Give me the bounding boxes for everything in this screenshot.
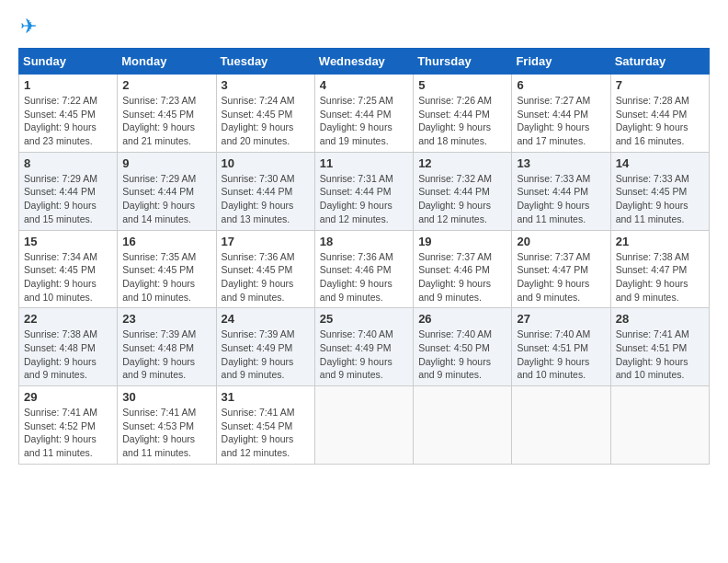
day-number: 24 bbox=[222, 312, 310, 326]
day-number: 26 bbox=[418, 312, 506, 326]
day-number: 31 bbox=[222, 390, 310, 404]
day-number: 12 bbox=[418, 156, 506, 170]
day-detail: Sunrise: 7:39 AMSunset: 4:48 PMDaylight:… bbox=[122, 327, 210, 382]
day-number: 16 bbox=[122, 235, 210, 248]
day-number: 25 bbox=[320, 312, 408, 326]
calendar-cell: 13Sunrise: 7:33 AMSunset: 4:44 PMDayligh… bbox=[512, 152, 610, 230]
weekday-header-monday: Monday bbox=[118, 49, 216, 75]
day-detail: Sunrise: 7:33 AMSunset: 4:44 PMDaylight:… bbox=[517, 172, 605, 226]
day-detail: Sunrise: 7:27 AMSunset: 4:44 PMDaylight:… bbox=[517, 94, 605, 148]
day-detail: Sunrise: 7:30 AMSunset: 4:44 PMDaylight:… bbox=[222, 172, 310, 226]
calendar-cell: 22Sunrise: 7:38 AMSunset: 4:48 PMDayligh… bbox=[19, 308, 118, 386]
calendar-cell bbox=[314, 386, 413, 465]
calendar-cell: 12Sunrise: 7:32 AMSunset: 4:44 PMDayligh… bbox=[414, 152, 512, 230]
calendar-cell: 2Sunrise: 7:23 AMSunset: 4:45 PMDaylight… bbox=[118, 75, 216, 153]
day-number: 28 bbox=[616, 312, 704, 326]
calendar-cell: 3Sunrise: 7:24 AMSunset: 4:45 PMDaylight… bbox=[216, 75, 314, 153]
weekday-header-tuesday: Tuesday bbox=[216, 49, 314, 75]
calendar-cell: 8Sunrise: 7:29 AMSunset: 4:44 PMDaylight… bbox=[19, 152, 118, 230]
day-number: 1 bbox=[24, 78, 112, 92]
day-number: 30 bbox=[122, 390, 210, 404]
day-number: 18 bbox=[320, 235, 408, 248]
calendar-cell: 10Sunrise: 7:30 AMSunset: 4:44 PMDayligh… bbox=[216, 152, 314, 230]
weekday-header-thursday: Thursday bbox=[414, 49, 512, 75]
day-detail: Sunrise: 7:41 AMSunset: 4:51 PMDaylight:… bbox=[616, 327, 704, 382]
day-detail: Sunrise: 7:38 AMSunset: 4:47 PMDaylight:… bbox=[616, 250, 704, 304]
day-detail: Sunrise: 7:22 AMSunset: 4:45 PMDaylight:… bbox=[24, 94, 112, 148]
calendar-cell: 1Sunrise: 7:22 AMSunset: 4:45 PMDaylight… bbox=[19, 75, 118, 153]
day-detail: Sunrise: 7:25 AMSunset: 4:44 PMDaylight:… bbox=[320, 94, 408, 148]
day-detail: Sunrise: 7:23 AMSunset: 4:45 PMDaylight:… bbox=[122, 94, 210, 148]
calendar-cell: 28Sunrise: 7:41 AMSunset: 4:51 PMDayligh… bbox=[610, 308, 709, 386]
calendar-cell: 19Sunrise: 7:37 AMSunset: 4:46 PMDayligh… bbox=[414, 230, 512, 308]
header: ✈ bbox=[18, 15, 710, 39]
logo-text: ✈ bbox=[18, 15, 37, 39]
calendar-week-row: 8Sunrise: 7:29 AMSunset: 4:44 PMDaylight… bbox=[19, 152, 710, 230]
day-detail: Sunrise: 7:40 AMSunset: 4:51 PMDaylight:… bbox=[517, 327, 605, 382]
calendar-cell: 14Sunrise: 7:33 AMSunset: 4:45 PMDayligh… bbox=[610, 152, 709, 230]
calendar-week-row: 29Sunrise: 7:41 AMSunset: 4:52 PMDayligh… bbox=[19, 386, 710, 465]
calendar-cell: 21Sunrise: 7:38 AMSunset: 4:47 PMDayligh… bbox=[610, 230, 709, 308]
calendar-cell: 25Sunrise: 7:40 AMSunset: 4:49 PMDayligh… bbox=[314, 308, 413, 386]
day-detail: Sunrise: 7:37 AMSunset: 4:47 PMDaylight:… bbox=[517, 250, 605, 304]
day-detail: Sunrise: 7:32 AMSunset: 4:44 PMDaylight:… bbox=[418, 172, 506, 226]
calendar-cell: 23Sunrise: 7:39 AMSunset: 4:48 PMDayligh… bbox=[118, 308, 216, 386]
calendar-cell: 27Sunrise: 7:40 AMSunset: 4:51 PMDayligh… bbox=[512, 308, 610, 386]
day-number: 2 bbox=[122, 78, 210, 92]
calendar-week-row: 1Sunrise: 7:22 AMSunset: 4:45 PMDaylight… bbox=[19, 75, 710, 153]
day-detail: Sunrise: 7:37 AMSunset: 4:46 PMDaylight:… bbox=[418, 250, 506, 304]
day-number: 5 bbox=[418, 78, 506, 92]
weekday-header-friday: Friday bbox=[512, 49, 610, 75]
calendar-cell: 30Sunrise: 7:41 AMSunset: 4:53 PMDayligh… bbox=[118, 386, 216, 465]
calendar-week-row: 15Sunrise: 7:34 AMSunset: 4:45 PMDayligh… bbox=[19, 230, 710, 308]
logo-bird-icon: ✈ bbox=[20, 15, 37, 38]
day-detail: Sunrise: 7:29 AMSunset: 4:44 PMDaylight:… bbox=[122, 172, 210, 226]
day-detail: Sunrise: 7:39 AMSunset: 4:49 PMDaylight:… bbox=[222, 327, 310, 382]
calendar-cell: 31Sunrise: 7:41 AMSunset: 4:54 PMDayligh… bbox=[216, 386, 314, 465]
day-number: 17 bbox=[222, 235, 310, 248]
day-detail: Sunrise: 7:31 AMSunset: 4:44 PMDaylight:… bbox=[320, 172, 408, 226]
day-detail: Sunrise: 7:28 AMSunset: 4:44 PMDaylight:… bbox=[616, 94, 704, 148]
day-number: 22 bbox=[24, 312, 112, 326]
calendar-cell: 16Sunrise: 7:35 AMSunset: 4:45 PMDayligh… bbox=[118, 230, 216, 308]
day-detail: Sunrise: 7:38 AMSunset: 4:48 PMDaylight:… bbox=[24, 327, 112, 382]
calendar-cell bbox=[512, 386, 610, 465]
day-number: 7 bbox=[616, 78, 704, 92]
day-detail: Sunrise: 7:33 AMSunset: 4:45 PMDaylight:… bbox=[616, 172, 704, 226]
calendar-cell: 17Sunrise: 7:36 AMSunset: 4:45 PMDayligh… bbox=[216, 230, 314, 308]
calendar-cell: 4Sunrise: 7:25 AMSunset: 4:44 PMDaylight… bbox=[314, 75, 413, 153]
calendar-cell: 20Sunrise: 7:37 AMSunset: 4:47 PMDayligh… bbox=[512, 230, 610, 308]
day-detail: Sunrise: 7:34 AMSunset: 4:45 PMDaylight:… bbox=[24, 250, 112, 304]
day-detail: Sunrise: 7:40 AMSunset: 4:49 PMDaylight:… bbox=[320, 327, 408, 382]
calendar-cell: 9Sunrise: 7:29 AMSunset: 4:44 PMDaylight… bbox=[118, 152, 216, 230]
weekday-header-saturday: Saturday bbox=[610, 49, 709, 75]
calendar-cell: 15Sunrise: 7:34 AMSunset: 4:45 PMDayligh… bbox=[19, 230, 118, 308]
day-number: 13 bbox=[517, 156, 605, 170]
day-detail: Sunrise: 7:24 AMSunset: 4:45 PMDaylight:… bbox=[222, 94, 310, 148]
day-number: 11 bbox=[320, 156, 408, 170]
day-number: 27 bbox=[517, 312, 605, 326]
day-detail: Sunrise: 7:36 AMSunset: 4:45 PMDaylight:… bbox=[222, 250, 310, 304]
logo: ✈ bbox=[18, 15, 37, 39]
day-number: 21 bbox=[616, 235, 704, 248]
day-number: 4 bbox=[320, 78, 408, 92]
calendar-cell: 5Sunrise: 7:26 AMSunset: 4:44 PMDaylight… bbox=[414, 75, 512, 153]
day-detail: Sunrise: 7:29 AMSunset: 4:44 PMDaylight:… bbox=[24, 172, 112, 226]
calendar-week-row: 22Sunrise: 7:38 AMSunset: 4:48 PMDayligh… bbox=[19, 308, 710, 386]
day-detail: Sunrise: 7:36 AMSunset: 4:46 PMDaylight:… bbox=[320, 250, 408, 304]
day-detail: Sunrise: 7:26 AMSunset: 4:44 PMDaylight:… bbox=[418, 94, 506, 148]
calendar-cell bbox=[610, 386, 709, 465]
calendar-header-row: SundayMondayTuesdayWednesdayThursdayFrid… bbox=[19, 49, 710, 75]
day-number: 29 bbox=[24, 390, 112, 404]
calendar-table: SundayMondayTuesdayWednesdayThursdayFrid… bbox=[18, 48, 710, 465]
day-number: 10 bbox=[222, 156, 310, 170]
calendar-cell: 7Sunrise: 7:28 AMSunset: 4:44 PMDaylight… bbox=[610, 75, 709, 153]
day-detail: Sunrise: 7:35 AMSunset: 4:45 PMDaylight:… bbox=[122, 250, 210, 304]
day-number: 9 bbox=[122, 156, 210, 170]
calendar-cell: 6Sunrise: 7:27 AMSunset: 4:44 PMDaylight… bbox=[512, 75, 610, 153]
day-number: 19 bbox=[418, 235, 506, 248]
day-number: 23 bbox=[122, 312, 210, 326]
calendar-cell: 24Sunrise: 7:39 AMSunset: 4:49 PMDayligh… bbox=[216, 308, 314, 386]
calendar-cell bbox=[414, 386, 512, 465]
day-detail: Sunrise: 7:40 AMSunset: 4:50 PMDaylight:… bbox=[418, 327, 506, 382]
